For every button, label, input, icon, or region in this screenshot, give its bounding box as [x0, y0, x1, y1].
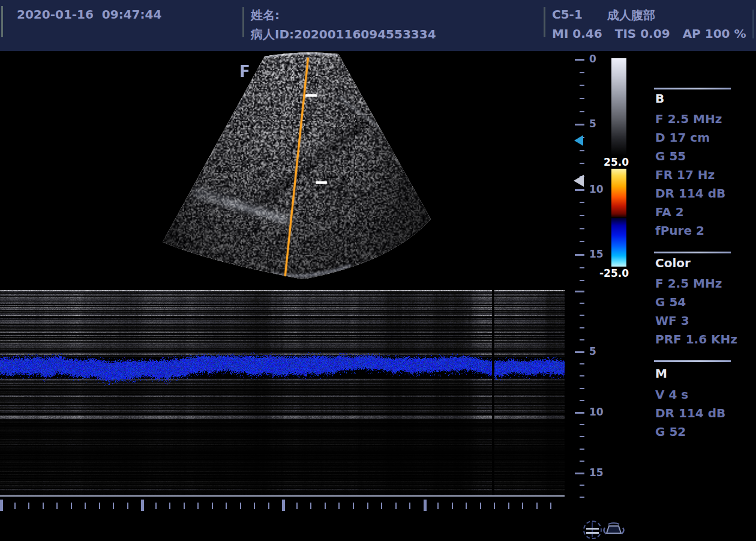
panel-separator-color [654, 252, 731, 253]
time-tick [99, 503, 100, 509]
ruler-tick [580, 424, 584, 425]
time-tick [240, 503, 241, 509]
color-flow-bar [611, 169, 626, 267]
ruler-label: 10 [589, 183, 604, 195]
header-separator-2 [544, 7, 545, 37]
ruler-label: 15 [589, 248, 604, 260]
time-tick [85, 503, 86, 509]
time-tick [71, 503, 72, 509]
ruler-tick [580, 98, 584, 99]
time-tick [28, 503, 29, 509]
ruler-tick [580, 388, 584, 389]
mi-value: MI 0.46 [552, 26, 602, 41]
param-color-prf: PRF 1.6 KHz [655, 332, 737, 346]
ruler-tick [580, 163, 584, 164]
panel-separator-b [654, 88, 731, 89]
m-mode-display [0, 290, 565, 495]
ruler-tick [575, 254, 584, 256]
probe-orientation-icon[interactable] [601, 521, 626, 539]
ruler-tick [580, 72, 584, 73]
time-tick [184, 503, 185, 509]
color-scale-min-label: -25.0 [596, 267, 629, 279]
ruler-tick [580, 497, 584, 498]
ruler-tick [580, 150, 584, 151]
acoustic-output-row: MI 0.46 TIS 0.09 AP 100 % [552, 26, 746, 41]
ruler-tick [580, 228, 584, 229]
parameter-panel: B F 2.5 MHz D 17 cm G 55 FR 17 Hz DR 114… [654, 84, 756, 456]
m-cursor-icon-gate [586, 528, 599, 530]
ruler-tick [580, 436, 584, 437]
param-color-gain: G 54 [655, 295, 686, 309]
ruler-tick [580, 327, 584, 328]
param-m-gain: G 52 [655, 425, 686, 439]
ruler-tick [580, 241, 584, 242]
time-tick [14, 503, 16, 509]
focus-marker[interactable] [574, 135, 583, 146]
ruler-tick [580, 215, 584, 216]
ruler-label: 15 [589, 467, 604, 479]
ruler-tick [580, 85, 584, 86]
time-tick [480, 503, 481, 509]
ruler-tick [575, 473, 584, 474]
time-tick [381, 503, 382, 509]
time-tick [43, 503, 44, 509]
param-m-dynamic-range: DR 114 dB [655, 406, 725, 420]
ruler-tick [575, 351, 584, 353]
time-tick [424, 500, 427, 511]
ruler-tick [575, 189, 584, 191]
orientation-marker-f: F [239, 62, 250, 80]
m-cursor-icon[interactable] [583, 521, 602, 539]
time-tick [127, 503, 128, 509]
m-gate-marker-upper[interactable] [305, 94, 317, 97]
param-b-gain: G 55 [655, 149, 686, 163]
exam-preset-label: 成人腹部 [607, 7, 655, 23]
time-tick [409, 503, 410, 509]
ruler-tick [580, 461, 584, 462]
time-tick [395, 503, 397, 509]
time-tick [466, 503, 467, 509]
param-b-dynamic-range: DR 114 dB [655, 186, 725, 201]
param-b-framerate: FR 17 Hz [655, 168, 715, 182]
time-tick [452, 503, 453, 509]
probe-model-label: C5-1 [552, 7, 583, 22]
tis-value: TIS 0.09 [615, 26, 670, 41]
header-left-accent [1, 6, 3, 37]
time-tick [536, 503, 538, 509]
time-tick [508, 503, 509, 509]
time-tick [310, 503, 311, 509]
section-title-m: M [655, 366, 667, 381]
ruler-tick [575, 124, 584, 125]
ruler-tick [580, 363, 584, 364]
ap-value: AP 100 % [683, 26, 746, 41]
patient-name-label: 姓名: [251, 7, 280, 23]
ruler-tick [580, 485, 584, 486]
m-depth-ruler: 51015 [573, 290, 603, 501]
header-separator [242, 7, 244, 37]
time-tick [0, 500, 3, 511]
param-color-frequency: F 2.5 MHz [655, 276, 722, 291]
m-gate-marker-lower[interactable] [316, 181, 327, 184]
patient-id-label: 病人ID:20200116094553334 [251, 26, 436, 43]
param-m-sweep-speed: V 4 s [655, 387, 688, 402]
time-tick [325, 503, 326, 509]
ruler-tick [575, 291, 584, 292]
param-b-fpure: fPure 2 [655, 223, 704, 238]
m-cursor-icon-line [592, 522, 593, 537]
ruler-tick [580, 449, 584, 450]
header-right-accent [752, 10, 754, 38]
ruler-label: 0 [589, 53, 596, 65]
time-ruler [0, 495, 565, 513]
m-focus-marker[interactable] [574, 175, 584, 187]
datetime-label: 2020-01-16 09:47:44 [17, 7, 161, 22]
ruler-tick [580, 303, 584, 304]
time-tick [367, 503, 368, 509]
param-b-frequency: F 2.5 MHz [655, 112, 722, 126]
param-b-fa: FA 2 [655, 205, 684, 219]
param-color-wall-filter: WF 3 [655, 313, 689, 328]
time-tick [550, 503, 551, 509]
ruler-label: 10 [589, 406, 604, 418]
time-tick [268, 503, 269, 509]
time-tick [282, 500, 285, 511]
ruler-tick [575, 412, 584, 414]
section-title-b: B [655, 91, 664, 106]
